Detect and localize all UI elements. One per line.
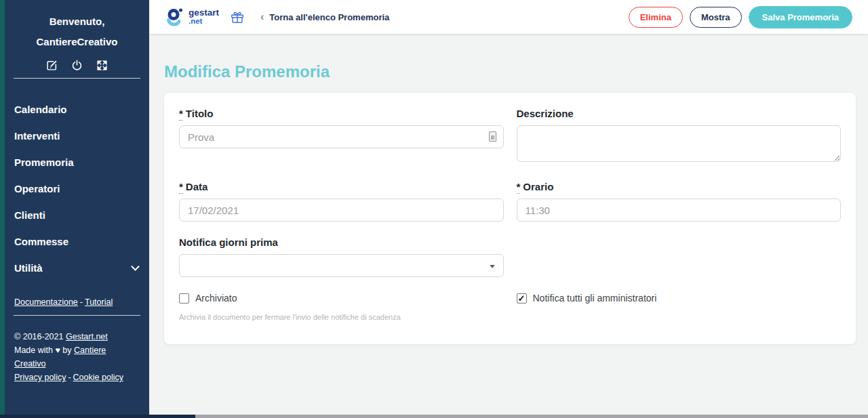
descrizione-label-text: Descrizione bbox=[517, 108, 574, 119]
sidebar-item-calendario[interactable]: Calendario bbox=[5, 96, 149, 123]
notifica-giorni-select[interactable] bbox=[179, 254, 504, 277]
chevron-down-icon bbox=[131, 262, 140, 271]
field-titolo: *Titolo bbox=[179, 108, 504, 165]
cookie-policy-link[interactable]: Cookie policy bbox=[73, 373, 123, 382]
archiviato-checkbox-row[interactable]: Archiviato bbox=[179, 293, 504, 304]
field-descrizione: Descrizione bbox=[517, 108, 842, 165]
sidebar-item-commesse[interactable]: Commesse bbox=[5, 228, 149, 255]
archiviato-label: Archiviato bbox=[195, 293, 237, 304]
sidebar-item-promemoria[interactable]: Promemoria bbox=[5, 149, 149, 175]
sidebar-item-utilita[interactable]: Utilità bbox=[5, 255, 149, 281]
horizontal-scrollbar-thumb[interactable] bbox=[195, 415, 868, 418]
documentation-line: Documentazione-Tutorial bbox=[5, 296, 149, 308]
notifica-admin-checkbox[interactable]: ✓ bbox=[517, 293, 527, 304]
sidebar-footer-divider bbox=[14, 315, 140, 316]
sidebar-item-label: Promemoria bbox=[14, 155, 74, 169]
edit-profile-icon[interactable] bbox=[46, 60, 58, 71]
sidebar-menu: Calendario Interventi Promemoria Operato… bbox=[5, 96, 149, 281]
caret-down-icon bbox=[490, 265, 495, 268]
page-title: Modifica Promemoria bbox=[164, 62, 868, 81]
titolo-label-text: Titolo bbox=[186, 108, 214, 119]
gestart-logo-icon bbox=[166, 7, 184, 27]
sidebar-item-operatori[interactable]: Operatori bbox=[5, 175, 149, 202]
orario-input[interactable] bbox=[517, 198, 842, 222]
logo-text: gestart .net bbox=[189, 8, 219, 26]
privacy-policy-link[interactable]: Privacy policy bbox=[14, 373, 66, 382]
documentazione-link[interactable]: Documentazione bbox=[14, 297, 78, 307]
gift-icon[interactable] bbox=[231, 10, 244, 24]
orario-label: *Orario bbox=[517, 181, 842, 192]
sidebar-item-label: Commesse bbox=[14, 234, 68, 249]
titolo-input[interactable] bbox=[179, 125, 504, 148]
form-card: *Titolo Descrizione *Data bbox=[164, 93, 856, 344]
welcome-text: Benvenuto, bbox=[5, 12, 149, 32]
check-icon: ✓ bbox=[518, 294, 526, 303]
data-label-text: Data bbox=[186, 181, 208, 192]
back-link-label: Torna all'elenco Promemoria bbox=[269, 12, 389, 22]
titolo-label: *Titolo bbox=[179, 108, 504, 119]
sidebar-item-label: Calendario bbox=[14, 102, 67, 117]
copyright-text: © 2016-2021 bbox=[14, 332, 63, 341]
required-marker: * bbox=[179, 108, 183, 121]
horizontal-scrollbar-track bbox=[0, 415, 195, 418]
separator: - bbox=[68, 373, 71, 382]
descrizione-textarea[interactable] bbox=[517, 125, 842, 162]
main-content: Modifica Promemoria *Titolo Descrizione bbox=[149, 34, 868, 418]
notifica-admin-checkbox-row[interactable]: ✓ Notifica tutti gli amministratori bbox=[517, 293, 842, 304]
logo-tld: .net bbox=[189, 17, 219, 26]
elimina-button[interactable]: Elimina bbox=[629, 7, 683, 28]
sidebar-item-label: Utilità bbox=[14, 261, 43, 275]
data-label: *Data bbox=[179, 181, 504, 192]
archiviato-checkbox[interactable] bbox=[179, 293, 189, 304]
required-marker: * bbox=[179, 181, 183, 194]
notifica-giorni-label: Notifica giorni prima bbox=[179, 236, 504, 248]
copyright-block: © 2016-2021 Gestart.net Made with ♥ by C… bbox=[5, 330, 149, 384]
copyright-line: © 2016-2021 Gestart.net bbox=[14, 330, 140, 343]
chevron-left-icon: ‹ bbox=[260, 12, 264, 22]
field-orario: *Orario bbox=[517, 181, 842, 222]
sidebar-item-label: Operatori bbox=[14, 182, 60, 196]
sidebar-divider bbox=[14, 78, 140, 79]
field-archiviato: Archiviato Archivia il documento per fer… bbox=[179, 293, 504, 321]
logo-word: gestart bbox=[189, 8, 219, 17]
field-data: *Data bbox=[179, 181, 504, 222]
data-input[interactable] bbox=[179, 198, 504, 222]
policy-line: Privacy policy-Cookie policy bbox=[14, 371, 140, 384]
orario-label-text: Orario bbox=[523, 181, 553, 192]
madewith-line: Made with ♥ by Cantiere Creativo bbox=[14, 343, 140, 371]
descrizione-label: Descrizione bbox=[517, 108, 842, 119]
sidebar-item-clienti[interactable]: Clienti bbox=[5, 202, 149, 228]
sidebar-item-label: Interventi bbox=[14, 129, 60, 143]
sidebar: Benvenuto, CantiereCreativo bbox=[0, 0, 149, 418]
logout-power-icon[interactable] bbox=[71, 60, 83, 71]
back-to-list-link[interactable]: ‹ Torna all'elenco Promemoria bbox=[260, 12, 389, 22]
notifica-giorni-label-text: Notifica giorni prima bbox=[179, 236, 278, 248]
welcome-block: Benvenuto, CantiereCreativo bbox=[5, 0, 149, 52]
madewith-text: Made with ♥ by bbox=[14, 346, 72, 355]
gestart-link[interactable]: Gestart.net bbox=[66, 332, 108, 341]
gestart-logo[interactable]: gestart .net bbox=[166, 7, 219, 27]
separator: - bbox=[80, 297, 83, 307]
field-notifica-admin: ✓ Notifica tutti gli amministratori bbox=[517, 293, 842, 321]
archiviato-help-text: Archivia il documento per fermare l'invi… bbox=[179, 313, 504, 321]
required-marker: * bbox=[517, 181, 521, 194]
fullscreen-expand-icon[interactable] bbox=[96, 60, 108, 71]
field-notifica-giorni: Notifica giorni prima bbox=[179, 236, 504, 277]
username: CantiereCreativo bbox=[5, 32, 149, 52]
sidebar-item-label: Clienti bbox=[14, 208, 45, 222]
sidebar-footer: Documentazione-Tutorial © 2016-2021 Gest… bbox=[5, 296, 149, 384]
salva-promemoria-button[interactable]: Salva Promemoria bbox=[749, 6, 852, 28]
tutorial-link[interactable]: Tutorial bbox=[85, 297, 113, 307]
notifica-admin-label: Notifica tutti gli amministratori bbox=[533, 293, 657, 304]
mostra-button[interactable]: Mostra bbox=[690, 7, 742, 28]
sidebar-item-interventi[interactable]: Interventi bbox=[5, 123, 149, 149]
autofill-icon bbox=[489, 131, 496, 142]
topbar: gestart .net ‹ Torna all'elenco Promemor… bbox=[149, 0, 868, 34]
